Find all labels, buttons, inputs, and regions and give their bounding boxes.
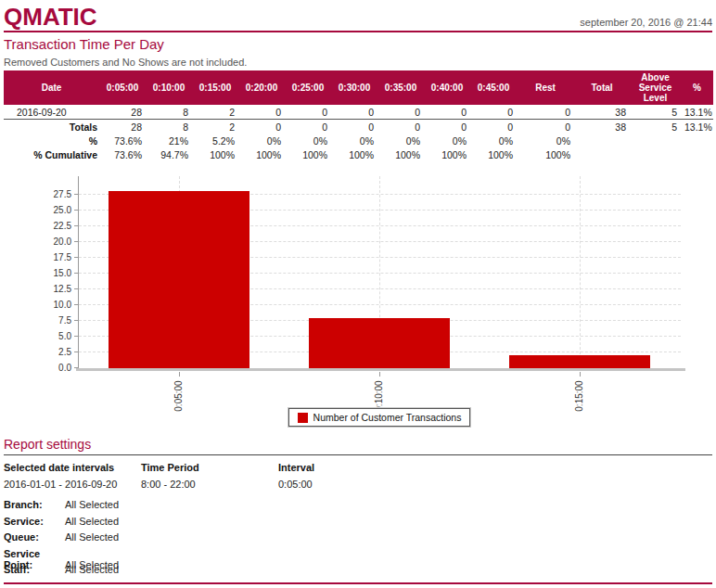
- table-header-cell: Rest: [517, 70, 574, 105]
- table-header-row: Date0:05:000:10:000:15:000:20:000:25:000…: [4, 70, 713, 105]
- table-cell: 28: [99, 120, 146, 134]
- y-tick: [74, 352, 79, 352]
- table-cell: 2016-09-20: [4, 105, 99, 120]
- table-header-cell: 0:25:00: [285, 70, 331, 105]
- table-cell: [681, 147, 713, 161]
- table-header-cell: Date: [4, 70, 99, 105]
- legend-series-label: Number of Customer Transactions: [313, 412, 462, 423]
- table-cell: 100%: [424, 147, 470, 161]
- settings-col-label: Interval: [278, 462, 314, 473]
- table-cell: 0: [331, 105, 377, 120]
- table-cell: 0: [517, 120, 574, 134]
- table-header-cell: 0:45:00: [470, 70, 517, 105]
- filter-row: Staff:All Selected: [4, 564, 712, 581]
- report-title: Transaction Time Per Day: [4, 36, 712, 52]
- table-cell: 0: [377, 105, 424, 120]
- settings-col-date-intervals: Selected date intervals 2016-01-01 - 201…: [4, 462, 141, 490]
- y-tick-label: 27.5: [31, 189, 71, 199]
- y-tick: [74, 288, 79, 289]
- page-footer: Orchestra 6 - Report version 6.0.0.4 1 /…: [4, 582, 712, 588]
- table-cell: 100%: [377, 147, 424, 161]
- bar-0:10:00: [309, 318, 450, 368]
- y-tick: [74, 336, 79, 337]
- filter-row: Queue:All Selected: [4, 531, 712, 548]
- transactions-bar-chart: 0.02.55.07.510.012.515.017.520.022.525.0…: [4, 171, 712, 435]
- transaction-table: Date0:05:000:10:000:15:000:20:000:25:000…: [4, 70, 713, 161]
- table-header-cell: Total: [574, 70, 630, 105]
- table-cell: 8: [146, 120, 192, 134]
- settings-col-time-period: Time Period 8:00 - 22:00: [141, 462, 278, 490]
- chart-legend-box: Number of Customer Transactions: [288, 408, 471, 427]
- bar-0:15:00: [509, 355, 650, 368]
- table-cell: 0%: [424, 134, 470, 147]
- table-cell: 73.6%: [99, 147, 146, 161]
- table-row-percent: %73.6%21%5.2%0%0%0%0%0%0%0%: [4, 134, 713, 147]
- page-header: QMATIC september 20, 2016 @ 21:44: [4, 0, 712, 32]
- legend-color-swatch: [298, 413, 308, 423]
- chart-x-axis-line: [76, 368, 685, 371]
- table-cell: 0: [238, 105, 285, 120]
- table-cell: [574, 147, 630, 161]
- x-gridline: [580, 176, 581, 368]
- filter-value: All Selected: [65, 564, 119, 575]
- filter-value: All Selected: [65, 531, 119, 543]
- y-tick-label: 10.0: [31, 300, 71, 310]
- y-tick-label: 15.0: [31, 268, 71, 278]
- table-cell: 13.1%: [681, 105, 713, 120]
- filter-label: Service:: [4, 516, 65, 527]
- table-header-cell: 0:40:00: [424, 70, 470, 105]
- settings-col-label: Time Period: [141, 462, 278, 473]
- table-cell: 0%: [238, 134, 285, 147]
- filter-row: Service Point:All Selected: [4, 548, 712, 565]
- table-cell: 0: [285, 120, 331, 134]
- table-cell: 2: [192, 105, 238, 120]
- table-cell: 100%: [238, 147, 285, 161]
- settings-filters: Branch:All SelectedService:All SelectedQ…: [4, 499, 712, 581]
- y-tick-label: 7.5: [31, 315, 71, 326]
- table-header-cell: 0:30:00: [331, 70, 377, 105]
- filter-label: Queue:: [4, 531, 65, 543]
- table-cell: 0: [470, 120, 517, 134]
- y-tick-label: 22.5: [31, 221, 71, 231]
- table-cell: 28: [99, 105, 146, 120]
- settings-col-interval: Interval 0:05:00: [278, 462, 314, 490]
- filter-value: All Selected: [65, 499, 119, 510]
- y-tick-label: 0.0: [31, 363, 71, 373]
- table-cell: 0: [331, 120, 377, 134]
- table-cell: 0%: [517, 134, 574, 147]
- table-cell: Totals: [4, 120, 99, 134]
- settings-col-value: 8:00 - 22:00: [141, 479, 278, 490]
- y-tick-label: 17.5: [31, 252, 71, 262]
- table-cell: %: [4, 134, 99, 147]
- chart-legend: Number of Customer Transactions: [78, 408, 681, 427]
- table-cell: 0: [424, 105, 470, 120]
- table-cell: 0%: [331, 134, 377, 147]
- report-note: Removed Customers and No Shows are not i…: [4, 57, 712, 68]
- report-datetime: september 20, 2016 @ 21:44: [580, 17, 712, 30]
- qmatic-logo: QMATIC: [4, 5, 97, 30]
- y-tick-label: 25.0: [31, 205, 71, 215]
- table-cell: 0: [424, 120, 470, 134]
- table-cell: 2: [192, 120, 238, 134]
- table-cell: 0%: [470, 134, 517, 147]
- y-tick: [74, 273, 79, 274]
- table-cell: 5: [630, 105, 681, 120]
- table-header-cell: %: [681, 70, 713, 105]
- filter-label: Branch:: [4, 499, 65, 510]
- filter-row: Branch:All Selected: [4, 499, 712, 516]
- filter-value: All Selected: [65, 516, 119, 527]
- settings-title: Report settings: [4, 437, 712, 455]
- table-row-date: 2016-09-202882000000038513.1%: [4, 105, 713, 120]
- table-cell: 0: [285, 105, 331, 120]
- y-tick-label: 20.0: [31, 236, 71, 247]
- table-cell: 21%: [146, 134, 192, 147]
- table-cell: 100%: [517, 147, 574, 161]
- table-header-cell: 0:20:00: [238, 70, 285, 105]
- table-header-cell: 0:10:00: [146, 70, 192, 105]
- y-tick: [74, 225, 79, 226]
- table-cell: 0: [377, 120, 424, 134]
- table-cell: 0: [238, 120, 285, 134]
- table-row-totals: Totals2882000000038513.1%: [4, 120, 713, 134]
- table-header-cell: Above Service Level: [630, 70, 681, 105]
- y-tick-label: 2.5: [31, 347, 71, 357]
